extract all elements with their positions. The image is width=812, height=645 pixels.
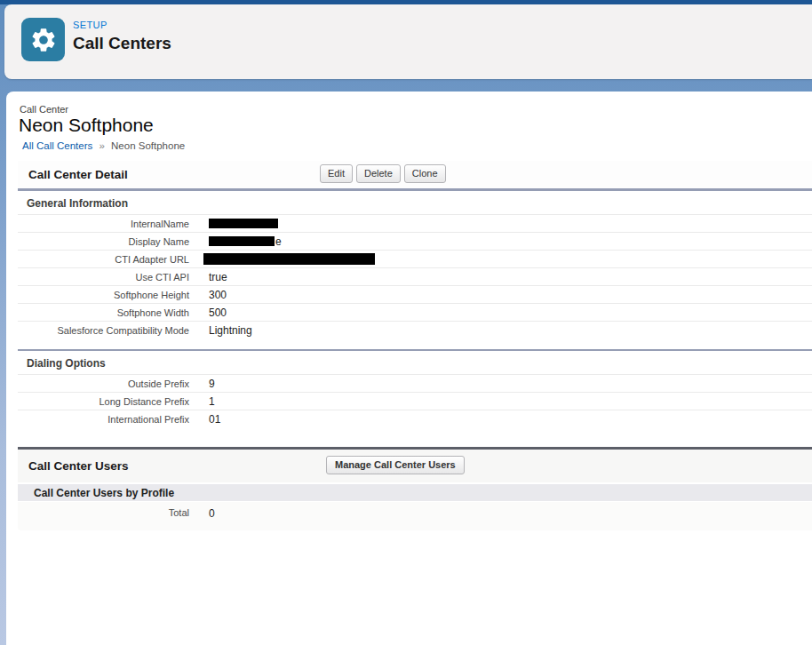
redacted-value	[203, 253, 375, 265]
section-divider	[18, 349, 812, 351]
general-information-header: General Information	[27, 197, 812, 210]
call-center-detail-section: Call Center Detail Edit Delete Clone Gen…	[18, 161, 812, 427]
header-text: SETUP Call Centers	[73, 20, 171, 53]
setup-eyebrow: SETUP	[73, 20, 171, 30]
total-label: Total	[18, 507, 189, 518]
row-internal-name: InternalName	[18, 215, 812, 233]
call-center-users-header: Call Center Users Manage Call Center Use…	[18, 450, 812, 484]
row-softphone-height: Softphone Height 300	[18, 286, 812, 304]
row-long-distance-prefix: Long Distance Prefix 1	[18, 393, 812, 410]
field-value	[209, 219, 278, 228]
dialing-options-rows: Outside Prefix 9 Long Distance Prefix 1 …	[18, 374, 812, 427]
row-international-prefix: International Prefix 01	[18, 410, 812, 427]
field-label: Display Name	[18, 236, 189, 247]
clone-button[interactable]: Clone	[404, 164, 446, 183]
detail-button-group: Edit Delete Clone	[320, 164, 446, 183]
breadcrumb: All Call Centers » Neon Softphone	[22, 140, 185, 151]
call-center-detail-title: Call Center Detail	[28, 168, 128, 181]
field-label: CTI Adapter URL	[18, 254, 189, 265]
salesforce-setup-page: SETUP Call Centers Call Center Neon Soft…	[0, 0, 812, 645]
breadcrumb-separator: »	[99, 140, 104, 151]
row-compatibility-mode: Salesforce Compatibility Mode Lightning	[18, 322, 812, 338]
content-panel: Call Center Neon Softphone All Call Cent…	[6, 92, 812, 645]
redacted-value	[209, 236, 275, 246]
breadcrumb-link-all-call-centers[interactable]: All Call Centers	[22, 140, 92, 151]
field-label: Outside Prefix	[18, 378, 189, 389]
field-value: 01	[209, 413, 220, 426]
field-value: Lightning	[209, 324, 252, 337]
users-by-profile-header: Call Center Users by Profile	[18, 484, 812, 502]
edit-button[interactable]: Edit	[320, 164, 353, 183]
entity-label: Call Center	[20, 104, 68, 115]
field-label: Softphone Width	[18, 307, 189, 318]
call-center-detail-header: Call Center Detail Edit Delete Clone	[18, 161, 812, 191]
field-label: Long Distance Prefix	[18, 396, 189, 407]
gear-icon	[21, 18, 65, 61]
field-label: Softphone Height	[18, 290, 189, 300]
call-center-users-section: Call Center Users Manage Call Center Use…	[18, 447, 812, 530]
row-display-name: Display Name e	[18, 233, 812, 251]
manage-call-center-users-button[interactable]: Manage Call Center Users	[326, 456, 465, 474]
field-value: true	[209, 271, 227, 283]
row-outside-prefix: Outside Prefix 9	[18, 375, 812, 393]
general-information-rows: InternalName Display Name e CTI Adapter …	[18, 214, 812, 338]
gear-icon-glyph	[29, 26, 58, 54]
row-softphone-width: Softphone Width 500	[18, 304, 812, 322]
total-row: Total 0	[18, 502, 812, 530]
field-value: 9	[209, 378, 215, 390]
row-cti-adapter-url: CTI Adapter URL	[18, 251, 812, 268]
field-value-tail: e	[275, 235, 282, 248]
field-label: International Prefix	[18, 414, 189, 425]
field-value: e	[209, 235, 282, 248]
redacted-value	[209, 219, 278, 228]
call-center-users-title: Call Center Users	[28, 459, 129, 473]
entity-name: Neon Softphone	[19, 115, 154, 136]
page-title: Call Centers	[73, 34, 171, 53]
field-value: 500	[209, 307, 227, 319]
setup-header: SETUP Call Centers	[4, 4, 812, 79]
breadcrumb-current: Neon Softphone	[111, 140, 185, 151]
delete-button[interactable]: Delete	[356, 164, 401, 183]
total-value: 0	[209, 507, 215, 520]
field-label: InternalName	[18, 219, 189, 229]
field-label: Use CTI API	[18, 272, 189, 283]
field-value: 1	[209, 395, 215, 408]
field-label: Salesforce Compatibility Mode	[18, 325, 189, 336]
field-value: 300	[209, 289, 227, 301]
row-use-cti-api: Use CTI API true	[18, 268, 812, 286]
dialing-options-header: Dialing Options	[27, 357, 812, 370]
field-value	[209, 253, 375, 265]
